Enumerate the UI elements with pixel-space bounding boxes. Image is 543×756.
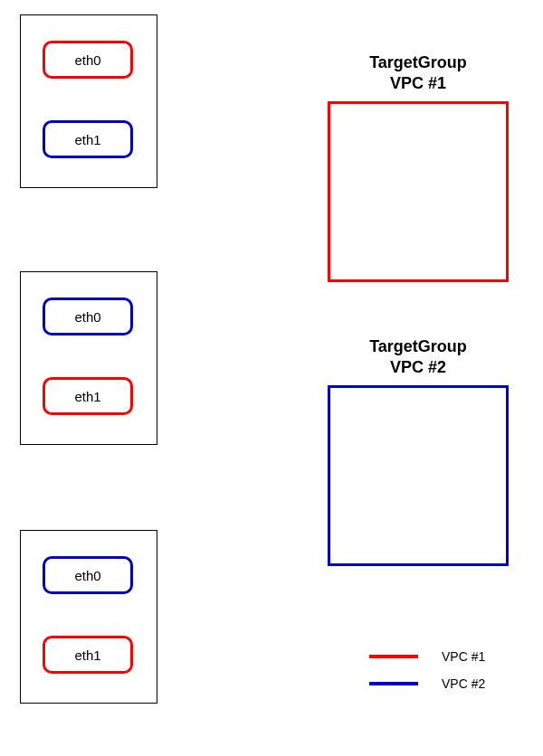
legend-swatch-red [369, 655, 418, 658]
targetgroup1-title: TargetGroup VPC #1 [319, 52, 518, 93]
instance1-iface1: eth1 [43, 120, 133, 158]
instance-box-3: eth0 eth1 [20, 530, 157, 704]
instance2-iface1: eth1 [43, 377, 133, 415]
legend-swatch-blue [369, 682, 418, 685]
instance3-iface1: eth1 [43, 636, 133, 674]
targetgroup2-title: TargetGroup VPC #2 [319, 336, 518, 377]
instance-box-2: eth0 eth1 [20, 271, 157, 445]
targetgroup1-box [328, 101, 509, 282]
legend-label-vpc2: VPC #2 [442, 676, 485, 691]
legend-row-vpc1: VPC #1 [369, 649, 485, 664]
targetgroup2-box [328, 385, 509, 566]
tg1-title-line2: VPC #1 [390, 74, 446, 92]
tg1-title-line1: TargetGroup [369, 53, 467, 71]
legend-row-vpc2: VPC #2 [369, 676, 485, 691]
instance3-iface0: eth0 [43, 556, 133, 594]
legend: VPC #1 VPC #2 [369, 649, 485, 704]
legend-label-vpc1: VPC #1 [442, 649, 485, 664]
tg2-title-line2: VPC #2 [390, 358, 446, 376]
instance1-iface0: eth0 [43, 41, 133, 79]
instance-box-1: eth0 eth1 [20, 14, 157, 188]
tg2-title-line1: TargetGroup [369, 337, 467, 355]
diagram-stage: eth0 eth1 eth0 eth1 eth0 eth1 TargetGrou… [0, 0, 543, 756]
instance2-iface0: eth0 [43, 298, 133, 335]
